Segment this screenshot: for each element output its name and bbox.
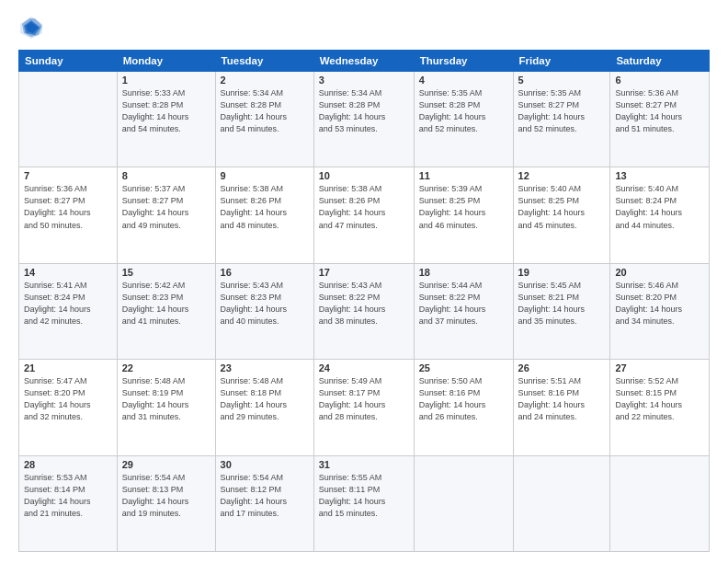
day-number: 30	[221, 459, 309, 470]
day-info: Sunrise: 5:52 AM Sunset: 8:15 PM Dayligh…	[615, 375, 704, 423]
calendar-cell: 4Sunrise: 5:35 AM Sunset: 8:28 PM Daylig…	[414, 72, 513, 167]
day-info: Sunrise: 5:34 AM Sunset: 8:28 PM Dayligh…	[319, 87, 409, 135]
calendar-cell: 9Sunrise: 5:38 AM Sunset: 8:26 PM Daylig…	[215, 167, 313, 263]
day-number: 31	[319, 459, 409, 470]
calendar-cell	[610, 455, 710, 551]
day-number: 13	[615, 170, 704, 181]
calendar-cell: 8Sunrise: 5:37 AM Sunset: 8:27 PM Daylig…	[117, 167, 215, 263]
calendar-cell: 18Sunrise: 5:44 AM Sunset: 8:22 PM Dayli…	[414, 263, 513, 359]
day-info: Sunrise: 5:46 AM Sunset: 8:20 PM Dayligh…	[615, 280, 704, 327]
calendar-cell: 6Sunrise: 5:36 AM Sunset: 8:27 PM Daylig…	[610, 72, 710, 167]
calendar-cell: 22Sunrise: 5:48 AM Sunset: 8:19 PM Dayli…	[117, 360, 215, 455]
calendar-cell: 14Sunrise: 5:41 AM Sunset: 8:24 PM Dayli…	[19, 263, 118, 359]
day-info: Sunrise: 5:48 AM Sunset: 8:19 PM Dayligh…	[122, 375, 210, 423]
calendar-cell: 29Sunrise: 5:54 AM Sunset: 8:13 PM Dayli…	[117, 455, 215, 551]
day-number: 26	[518, 362, 606, 373]
day-info: Sunrise: 5:36 AM Sunset: 8:27 PM Dayligh…	[615, 87, 704, 135]
day-info: Sunrise: 5:42 AM Sunset: 8:23 PM Dayligh…	[122, 280, 210, 327]
calendar-cell: 1Sunrise: 5:33 AM Sunset: 8:28 PM Daylig…	[117, 72, 215, 167]
day-number: 12	[518, 170, 606, 181]
day-info: Sunrise: 5:35 AM Sunset: 8:27 PM Dayligh…	[518, 87, 606, 135]
day-number: 29	[122, 459, 210, 470]
day-number: 17	[319, 267, 409, 278]
calendar-cell: 20Sunrise: 5:46 AM Sunset: 8:20 PM Dayli…	[610, 263, 710, 359]
calendar-cell	[414, 455, 513, 551]
day-number: 1	[122, 75, 210, 86]
calendar-week-row: 1Sunrise: 5:33 AM Sunset: 8:28 PM Daylig…	[19, 72, 710, 167]
calendar-cell: 10Sunrise: 5:38 AM Sunset: 8:26 PM Dayli…	[313, 167, 414, 263]
day-number: 28	[24, 459, 112, 470]
day-info: Sunrise: 5:53 AM Sunset: 8:14 PM Dayligh…	[24, 472, 112, 520]
calendar-cell: 27Sunrise: 5:52 AM Sunset: 8:15 PM Dayli…	[610, 360, 710, 455]
weekday-header-friday: Friday	[513, 51, 610, 72]
day-info: Sunrise: 5:49 AM Sunset: 8:17 PM Dayligh…	[319, 375, 409, 423]
day-info: Sunrise: 5:40 AM Sunset: 8:24 PM Dayligh…	[615, 183, 704, 231]
day-info: Sunrise: 5:43 AM Sunset: 8:23 PM Dayligh…	[221, 280, 309, 327]
calendar-week-row: 21Sunrise: 5:47 AM Sunset: 8:20 PM Dayli…	[19, 360, 710, 455]
day-info: Sunrise: 5:36 AM Sunset: 8:27 PM Dayligh…	[24, 183, 112, 231]
day-number: 21	[24, 362, 112, 373]
day-number: 20	[615, 267, 704, 278]
day-info: Sunrise: 5:54 AM Sunset: 8:12 PM Dayligh…	[221, 472, 309, 520]
calendar-week-row: 28Sunrise: 5:53 AM Sunset: 8:14 PM Dayli…	[19, 455, 710, 551]
calendar-cell: 17Sunrise: 5:43 AM Sunset: 8:22 PM Dayli…	[313, 263, 414, 359]
calendar-cell: 25Sunrise: 5:50 AM Sunset: 8:16 PM Dayli…	[414, 360, 513, 455]
day-info: Sunrise: 5:48 AM Sunset: 8:18 PM Dayligh…	[221, 375, 309, 423]
day-number: 5	[518, 75, 606, 86]
day-info: Sunrise: 5:41 AM Sunset: 8:24 PM Dayligh…	[24, 280, 112, 327]
day-number: 18	[419, 267, 508, 278]
calendar-week-row: 14Sunrise: 5:41 AM Sunset: 8:24 PM Dayli…	[19, 263, 710, 359]
day-info: Sunrise: 5:34 AM Sunset: 8:28 PM Dayligh…	[221, 87, 309, 135]
calendar-cell: 13Sunrise: 5:40 AM Sunset: 8:24 PM Dayli…	[610, 167, 710, 263]
day-number: 25	[419, 362, 508, 373]
day-number: 2	[221, 75, 309, 86]
calendar-cell: 23Sunrise: 5:48 AM Sunset: 8:18 PM Dayli…	[215, 360, 313, 455]
day-number: 11	[419, 170, 508, 181]
calendar-cell: 28Sunrise: 5:53 AM Sunset: 8:14 PM Dayli…	[19, 455, 118, 551]
day-number: 16	[221, 267, 309, 278]
day-info: Sunrise: 5:50 AM Sunset: 8:16 PM Dayligh…	[419, 375, 508, 423]
calendar-cell	[19, 72, 118, 167]
day-number: 8	[122, 170, 210, 181]
day-info: Sunrise: 5:55 AM Sunset: 8:11 PM Dayligh…	[319, 472, 409, 520]
day-info: Sunrise: 5:37 AM Sunset: 8:27 PM Dayligh…	[122, 183, 210, 231]
day-info: Sunrise: 5:45 AM Sunset: 8:21 PM Dayligh…	[518, 280, 606, 327]
weekday-header-sunday: Sunday	[19, 51, 118, 72]
day-number: 24	[319, 362, 409, 373]
day-info: Sunrise: 5:47 AM Sunset: 8:20 PM Dayligh…	[24, 375, 112, 423]
calendar-cell: 3Sunrise: 5:34 AM Sunset: 8:28 PM Daylig…	[313, 72, 414, 167]
logo	[18, 15, 48, 40]
day-info: Sunrise: 5:38 AM Sunset: 8:26 PM Dayligh…	[319, 183, 409, 231]
day-number: 7	[24, 170, 112, 181]
day-info: Sunrise: 5:35 AM Sunset: 8:28 PM Dayligh…	[419, 87, 508, 135]
calendar-cell: 7Sunrise: 5:36 AM Sunset: 8:27 PM Daylig…	[19, 167, 118, 263]
weekday-header-tuesday: Tuesday	[215, 51, 313, 72]
day-info: Sunrise: 5:54 AM Sunset: 8:13 PM Dayligh…	[122, 472, 210, 520]
day-number: 15	[122, 267, 210, 278]
day-number: 23	[221, 362, 309, 373]
header	[18, 15, 710, 40]
calendar-cell: 21Sunrise: 5:47 AM Sunset: 8:20 PM Dayli…	[19, 360, 118, 455]
calendar-cell: 2Sunrise: 5:34 AM Sunset: 8:28 PM Daylig…	[215, 72, 313, 167]
day-info: Sunrise: 5:43 AM Sunset: 8:22 PM Dayligh…	[319, 280, 409, 327]
calendar-cell: 24Sunrise: 5:49 AM Sunset: 8:17 PM Dayli…	[313, 360, 414, 455]
day-info: Sunrise: 5:38 AM Sunset: 8:26 PM Dayligh…	[221, 183, 309, 231]
day-number: 14	[24, 267, 112, 278]
calendar-cell: 5Sunrise: 5:35 AM Sunset: 8:27 PM Daylig…	[513, 72, 610, 167]
weekday-header-row: SundayMondayTuesdayWednesdayThursdayFrid…	[19, 51, 710, 72]
day-info: Sunrise: 5:39 AM Sunset: 8:25 PM Dayligh…	[419, 183, 508, 231]
day-number: 10	[319, 170, 409, 181]
weekday-header-wednesday: Wednesday	[313, 51, 414, 72]
day-info: Sunrise: 5:40 AM Sunset: 8:25 PM Dayligh…	[518, 183, 606, 231]
calendar-cell: 11Sunrise: 5:39 AM Sunset: 8:25 PM Dayli…	[414, 167, 513, 263]
day-number: 27	[615, 362, 704, 373]
calendar-cell: 30Sunrise: 5:54 AM Sunset: 8:12 PM Dayli…	[215, 455, 313, 551]
page: SundayMondayTuesdayWednesdayThursdayFrid…	[0, 0, 728, 563]
weekday-header-saturday: Saturday	[610, 51, 710, 72]
day-number: 6	[615, 75, 704, 86]
day-info: Sunrise: 5:51 AM Sunset: 8:16 PM Dayligh…	[518, 375, 606, 423]
day-info: Sunrise: 5:44 AM Sunset: 8:22 PM Dayligh…	[419, 280, 508, 327]
calendar-cell: 19Sunrise: 5:45 AM Sunset: 8:21 PM Dayli…	[513, 263, 610, 359]
calendar-cell: 15Sunrise: 5:42 AM Sunset: 8:23 PM Dayli…	[117, 263, 215, 359]
weekday-header-monday: Monday	[117, 51, 215, 72]
